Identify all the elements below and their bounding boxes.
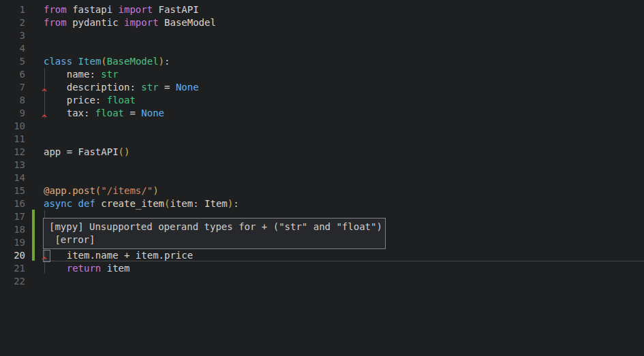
sign-column (25, 172, 44, 184)
line-number: 12 (0, 146, 25, 159)
sign-column (25, 146, 44, 159)
code-token: : (164, 56, 170, 67)
diagnostic-tooltip: [mypy] Unsupported operand types for + (… (43, 218, 386, 249)
code-text: name: str (44, 68, 119, 81)
diagnostic-severity: [error] (49, 233, 385, 246)
code-line[interactable]: 6 name: str (0, 68, 644, 81)
sign-column (25, 262, 44, 275)
line-number: 13 (0, 159, 25, 172)
sign-column (25, 29, 44, 42)
code-token: ) (228, 198, 233, 209)
code-text: from fastapi import FastAPI (44, 3, 199, 16)
code-token: description: (44, 82, 141, 93)
code-text: @app.post("/items/") (44, 184, 159, 197)
code-token: class (44, 56, 72, 67)
line-number: 11 (0, 133, 25, 146)
code-text: return item (44, 262, 129, 275)
sign-column (25, 3, 44, 16)
code-token: BaseModel (159, 17, 216, 28)
code-line[interactable]: 10 (0, 120, 644, 133)
code-text: class Item(BaseModel): (44, 55, 170, 68)
line-number: 7 (0, 81, 25, 94)
code-line[interactable]: 22 (0, 275, 644, 288)
code-token: price: (44, 95, 107, 106)
line-number: 22 (0, 275, 25, 288)
line-number: 3 (0, 29, 25, 42)
line-number: 21 (0, 262, 25, 275)
line-number: 19 (0, 236, 25, 249)
code-editor[interactable]: 1from fastapi import FastAPI2from pydant… (0, 0, 644, 356)
code-token: = (124, 108, 141, 118)
line-number: 9 (0, 107, 25, 120)
code-token: app = FastAPI (44, 146, 119, 157)
code-line[interactable]: 1from fastapi import FastAPI (0, 3, 644, 16)
code-token: str (101, 69, 118, 80)
code-line[interactable]: 16async def create_item(item: Item): (0, 197, 644, 210)
sign-column (25, 107, 44, 120)
code-token: None (176, 82, 199, 93)
code-token: item: Item (170, 198, 227, 209)
code-line[interactable]: 5class Item(BaseModel): (0, 55, 644, 68)
line-number: 20 (0, 249, 25, 262)
code-line[interactable]: 9 tax: float = None (0, 107, 644, 120)
sign-column (25, 68, 44, 81)
sign-column (25, 236, 44, 249)
line-number: 6 (0, 68, 25, 81)
code-token: str (141, 82, 158, 93)
code-line[interactable]: 11 (0, 133, 644, 146)
code-line[interactable]: 2from pydantic import BaseModel (0, 16, 644, 29)
code-line[interactable]: 13 (0, 159, 644, 172)
code-text: from pydantic import BaseModel (44, 16, 216, 29)
code-token: fastapi (67, 4, 119, 15)
sign-column (25, 120, 44, 133)
code-line[interactable]: 14 (0, 172, 644, 184)
code-line[interactable]: 8 price: float (0, 94, 644, 107)
code-token: ( (101, 56, 106, 67)
sign-column (25, 81, 44, 94)
diagnostic-message: [mypy] Unsupported operand types for + (… (49, 221, 385, 233)
sign-column (25, 42, 44, 55)
code-text: app = FastAPI() (44, 146, 129, 159)
sign-column (25, 55, 44, 68)
code-token: item (101, 263, 129, 274)
code-token: : (233, 198, 239, 209)
code-line[interactable]: 20 item.name + item.price (0, 249, 644, 262)
line-number: 1 (0, 3, 25, 16)
code-line[interactable]: 21 return item (0, 262, 644, 275)
code-token: "/items/" (101, 185, 153, 196)
sign-column (25, 159, 44, 172)
line-number: 14 (0, 172, 25, 184)
code-line[interactable]: 12app = FastAPI() (0, 146, 644, 159)
code-token: from (44, 4, 67, 15)
code-token: () (119, 146, 130, 157)
code-token: float (107, 95, 136, 106)
line-number: 2 (0, 16, 25, 29)
code-line[interactable]: 3 (0, 29, 644, 42)
code-token: name: (44, 69, 101, 80)
code-token: import (124, 17, 159, 28)
code-token: def (78, 198, 95, 209)
sign-column (25, 184, 44, 197)
code-token: return (67, 263, 102, 274)
sign-column (25, 249, 44, 262)
line-number: 17 (0, 210, 25, 223)
line-number: 10 (0, 120, 25, 133)
code-token: import (119, 4, 153, 15)
code-token: async (44, 198, 72, 209)
code-text: description: str = None (44, 81, 199, 94)
code-line[interactable]: 4 (0, 42, 644, 55)
sign-column (25, 210, 44, 223)
code-line[interactable]: 15@app.post("/items/") (0, 184, 644, 197)
code-token: FastAPI (153, 4, 198, 15)
code-token (44, 263, 67, 274)
code-text: item.name + item.price (44, 249, 193, 262)
code-token: from (44, 17, 67, 28)
line-number: 8 (0, 94, 25, 107)
sign-column (25, 16, 44, 29)
code-line[interactable]: 7 description: str = None (0, 81, 644, 94)
line-number: 5 (0, 55, 25, 68)
sign-column (25, 197, 44, 210)
code-text: price: float (44, 94, 136, 107)
code-token: tax: (44, 108, 95, 118)
code-token: = (159, 82, 176, 93)
